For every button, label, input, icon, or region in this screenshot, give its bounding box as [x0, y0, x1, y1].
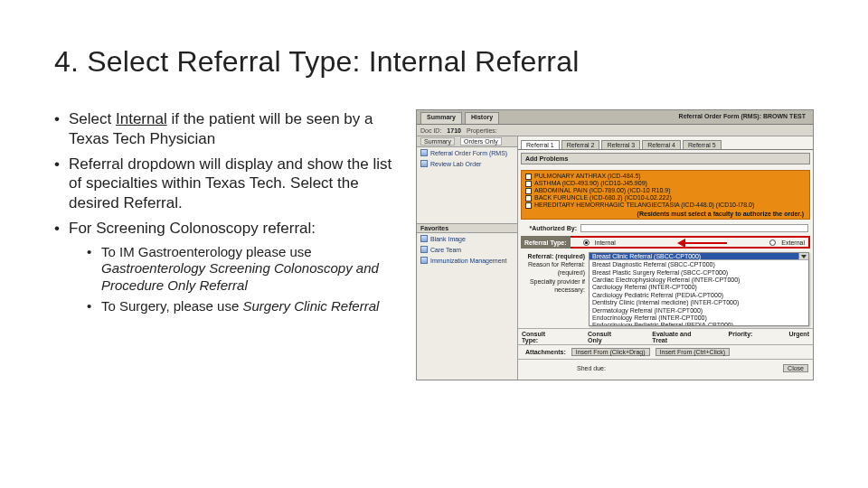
tab-summary[interactable]: Summary — [420, 112, 462, 124]
bullet-1: Select Internal if the patient will be s… — [54, 109, 407, 149]
checkbox-icon[interactable] — [525, 188, 532, 194]
subtab-orders-only[interactable]: Orders Only — [460, 137, 502, 145]
sub-bullet-2: To Surgery, please use Surgery Clinic Re… — [87, 298, 407, 315]
consult-type-row: Consult Type: Consult Only Evaluate and … — [518, 328, 813, 344]
form-icon — [420, 257, 428, 264]
form-icon — [420, 235, 428, 242]
authorized-by-label: *Authorized By: — [523, 225, 577, 231]
bullet-3: For Screening Colonoscopy referral: To I… — [54, 219, 407, 315]
docid-label: Doc ID: — [420, 127, 441, 134]
subtab-summary[interactable]: Summary — [420, 137, 455, 145]
attachments-label: Attachments: — [522, 349, 566, 355]
properties-label: Properties: — [467, 127, 497, 134]
close-button[interactable]: Close — [783, 364, 808, 372]
red-arrow-annotation — [677, 239, 727, 247]
tab-referral-1[interactable]: Referral 1 — [521, 140, 560, 149]
chevron-down-icon[interactable] — [798, 253, 808, 259]
form-icon — [420, 160, 428, 167]
form-title: Referral Order Form (RMS): BROWN TEST — [675, 112, 809, 124]
nav-referral-order-form[interactable]: Referral Order Form (RMS) — [417, 147, 517, 158]
problems-panel: PULMONARY ANTHRAX (ICD-484.5) ASTHMA (IC… — [521, 170, 810, 220]
form-icon — [420, 149, 428, 156]
instruction-text: Select Internal if the patient will be s… — [54, 109, 407, 380]
tab-referral-3[interactable]: Referral 3 — [601, 140, 640, 149]
authorized-by-input[interactable] — [580, 224, 808, 232]
radio-external-label: External — [781, 239, 805, 246]
fav-immunization[interactable]: Immunization Management — [417, 255, 517, 266]
checkbox-icon[interactable] — [525, 195, 532, 202]
bullet-2: Referral dropdown will display and show … — [54, 155, 407, 213]
tab-history[interactable]: History — [465, 112, 499, 124]
favorites-header: Favorites — [417, 223, 517, 233]
checkbox-icon[interactable] — [525, 174, 532, 180]
fav-blank-image[interactable]: Blank Image — [417, 233, 517, 244]
sub-bullet-1: To IM Gastroenterology please use Gastro… — [87, 244, 407, 295]
radio-external[interactable] — [769, 239, 776, 246]
form-icon — [420, 246, 428, 253]
checkbox-icon[interactable] — [525, 181, 532, 187]
insert-from-click-button[interactable]: Insert From (Ctrl+Click) — [656, 348, 731, 356]
residents-note: (Residents must select a faculty to auth… — [525, 211, 804, 217]
tab-referral-5[interactable]: Referral 5 — [683, 140, 722, 149]
tab-referral-2[interactable]: Referral 2 — [561, 140, 600, 149]
docid-value: 1710 — [447, 127, 461, 134]
slide-title: 4. Select Referral Type: Internal Referr… — [54, 45, 814, 79]
checkbox-icon[interactable] — [525, 202, 532, 209]
referral-type-row: Referral Type: Internal External — [521, 236, 810, 249]
add-problems-bar[interactable]: Add Problems — [521, 153, 810, 164]
dropdown-list[interactable]: Breast Diagnostic Referral (SBCC-CPT000)… — [590, 260, 808, 326]
form-field-labels: Referral: (required) Reason for Referral… — [522, 252, 585, 326]
screenshot: Summary History Referral Order Form (RMS… — [416, 109, 814, 380]
referral-dropdown[interactable]: Breast Clinic Referral (SBCC-CPT000) Bre… — [589, 252, 809, 326]
tab-referral-4[interactable]: Referral 4 — [642, 140, 681, 149]
dropdown-selected: Breast Clinic Referral (SBCC-CPT000) — [590, 253, 798, 259]
nav-review-lab-order[interactable]: Review Lab Order — [417, 158, 517, 169]
insert-from-drag-button[interactable]: Insert From (Click+Drag) — [571, 348, 650, 356]
radio-internal-label: Internal — [595, 239, 616, 246]
radio-internal[interactable] — [583, 239, 590, 246]
fav-care-team[interactable]: Care Team — [417, 244, 517, 255]
referral-type-label: Referral Type: — [521, 236, 571, 249]
shed-due-label: Shed due: — [577, 365, 606, 371]
